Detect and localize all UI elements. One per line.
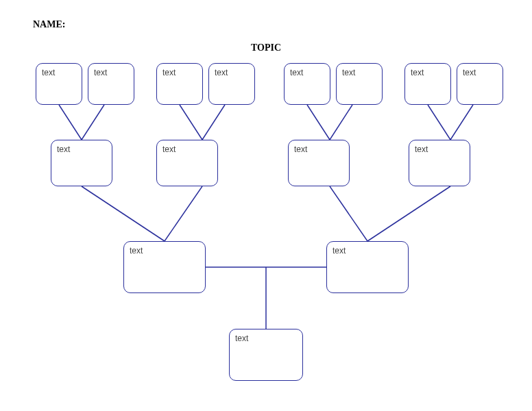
node-r2-1[interactable]: text — [51, 140, 112, 186]
node-r1-5[interactable]: text — [284, 63, 330, 105]
node-r1-1[interactable]: text — [36, 63, 82, 105]
svg-line-7 — [450, 105, 473, 140]
node-r1-7[interactable]: text — [404, 63, 451, 105]
svg-line-4 — [307, 105, 330, 140]
svg-line-1 — [82, 105, 104, 140]
svg-line-5 — [330, 105, 352, 140]
svg-line-6 — [428, 105, 450, 140]
svg-line-2 — [180, 105, 202, 140]
node-r4-1[interactable]: text — [229, 329, 303, 381]
node-r3-2[interactable]: text — [326, 241, 409, 293]
node-r1-4[interactable]: text — [208, 63, 255, 105]
node-r2-2[interactable]: text — [156, 140, 218, 186]
svg-line-11 — [367, 186, 450, 241]
svg-line-10 — [330, 186, 367, 241]
svg-line-8 — [82, 186, 165, 241]
node-r2-3[interactable]: text — [288, 140, 350, 186]
node-r1-8[interactable]: text — [457, 63, 503, 105]
svg-line-0 — [59, 105, 82, 140]
node-r1-6[interactable]: text — [336, 63, 383, 105]
node-r3-1[interactable]: text — [123, 241, 206, 293]
svg-line-9 — [165, 186, 202, 241]
svg-line-3 — [202, 105, 225, 140]
node-r1-2[interactable]: text — [88, 63, 134, 105]
node-r1-3[interactable]: text — [156, 63, 203, 105]
node-r2-4[interactable]: text — [409, 140, 470, 186]
